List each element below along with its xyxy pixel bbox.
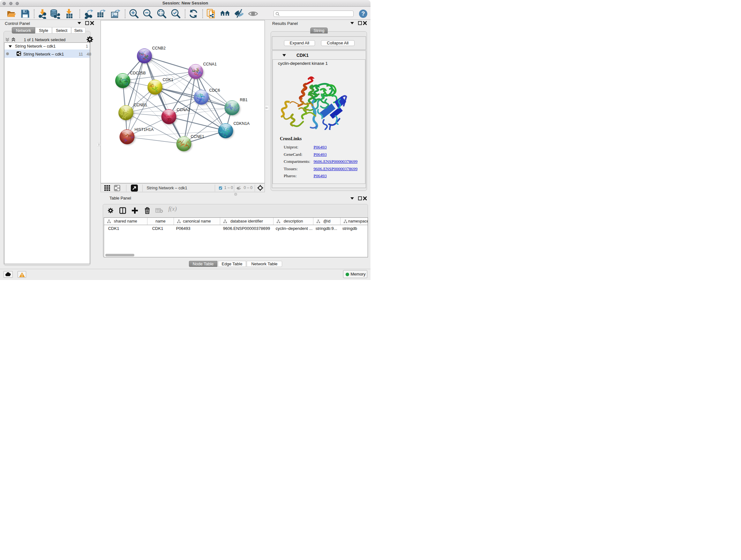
- svg-text:CCNB1: CCNB1: [133, 103, 147, 107]
- svg-text:RB1: RB1: [240, 98, 247, 102]
- svg-text:CDC25B: CDC25B: [130, 71, 145, 75]
- svg-text:CDKN1A: CDKN1A: [233, 121, 250, 125]
- svg-text:CCNA1: CCNA1: [203, 62, 216, 66]
- svg-text:CCNB2: CCNB2: [152, 46, 165, 51]
- svg-text:HIST1H1A: HIST1H1A: [134, 127, 153, 132]
- svg-text:CCNA2: CCNA2: [177, 108, 190, 112]
- svg-text:CDC6: CDC6: [209, 88, 220, 92]
- svg-text:CDK1: CDK1: [162, 78, 173, 82]
- svg-text:?: ?: [361, 10, 365, 17]
- svg-text:CCNE1: CCNE1: [191, 134, 204, 138]
